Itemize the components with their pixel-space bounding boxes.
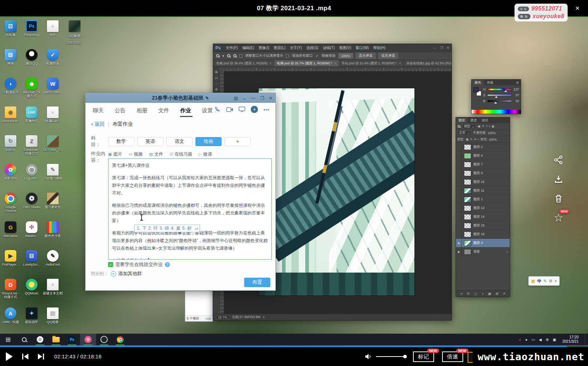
filter-kind-icon[interactable]: T — [486, 125, 488, 128]
tray-icon[interactable]: ▭ — [532, 338, 535, 342]
resize-window-checkbox[interactable] — [239, 55, 242, 57]
taskbar-app[interactable] — [96, 334, 112, 345]
zoom-100-button[interactable]: 100% — [338, 53, 353, 59]
qq-tab[interactable]: 文件 — [158, 107, 170, 114]
ime-toolbar[interactable]: ▦ 中 ✎ ⚙ ▾ — [528, 276, 560, 286]
layers-panel-tab[interactable]: 图层 — [456, 117, 468, 123]
more-options-icon[interactable]: ••• — [263, 107, 270, 112]
layer-action-icon[interactable]: fx — [467, 292, 470, 295]
layer-row[interactable]: 图层 14 — [456, 213, 510, 221]
layer-row[interactable]: 图层 2 — [456, 143, 510, 152]
layer-row[interactable]: 图层 15 — [456, 221, 510, 230]
subject-button[interactable]: ＋ — [225, 137, 251, 146]
desktop-icon[interactable]: 颜色色卡表 — [42, 220, 63, 248]
layer-visibility-eye-icon[interactable] — [456, 178, 462, 186]
desktop-icon[interactable]: Zonduride - 快捷方式 — [21, 133, 42, 162]
lock-option-icon[interactable]: ▪ — [478, 138, 479, 141]
tray-icon[interactable]: ⊕ — [546, 338, 549, 342]
favorite-star-button[interactable]: ☆ NEW — [553, 212, 564, 223]
desktop-icon[interactable]: Google Chrome — [0, 191, 21, 220]
desktop-icon[interactable]: DouyuLive - 快捷方式 — [0, 277, 21, 306]
qq-window-control-icon[interactable]: ✕ — [269, 96, 273, 101]
taskbar-app[interactable] — [16, 334, 32, 345]
desktop-icon[interactable]: 创作 — [42, 19, 63, 47]
layer-visibility-eye-icon[interactable]: ◉ — [456, 239, 462, 247]
edit-pencil-icon[interactable]: ✎ — [205, 96, 209, 101]
fit-screen-button[interactable]: 适合屏幕 — [356, 53, 376, 59]
tab-close-icon[interactable]: × — [270, 61, 271, 65]
checkbox-checked[interactable]: ✓ — [108, 262, 113, 267]
tray-icon[interactable]: ◀ — [539, 338, 542, 342]
qq-window-control-icon[interactable]: ⌄ — [243, 96, 246, 101]
scrubby-zoom-check[interactable]: ✓ — [315, 54, 318, 58]
menu-item[interactable]: 图像(I) — [257, 45, 271, 51]
filter-kind-icon[interactable]: ✎ — [482, 125, 485, 128]
ime-candidates[interactable]: 1. 下 2. 吓 3. 瞎 4. 夏 5. 虾 — [137, 225, 192, 232]
tool-icon[interactable]: ▭ — [215, 76, 218, 80]
screen-share-icon[interactable] — [239, 106, 245, 112]
taskbar-app[interactable] — [0, 334, 16, 345]
tool-icon[interactable]: ✜ — [215, 88, 218, 91]
filter-kind-icon[interactable]: ▦ — [492, 125, 494, 128]
layer-row[interactable]: 图层 12 — [456, 178, 510, 186]
layer-row[interactable]: 图层 9 — [456, 169, 510, 178]
slider-thumb[interactable] — [495, 96, 498, 98]
desktop-icon[interactable]: 小组预习图收 — [42, 162, 63, 191]
zoom-tool-icon[interactable] — [216, 54, 219, 57]
lock-option-icon[interactable]: ✎ — [470, 138, 473, 141]
blend-mode-dropdown[interactable]: 正常 ⌄ — [457, 130, 472, 136]
color-swatches[interactable] — [473, 87, 481, 96]
fill-screen-button[interactable]: 填充屏幕 — [378, 53, 398, 59]
color-spectrum-ramp[interactable] — [472, 110, 521, 114]
status-arrow-icon[interactable]: ▸ — [263, 315, 265, 319]
ime-pen-icon[interactable]: ✎ — [543, 279, 547, 283]
desktop-icon[interactable]: WeGame — [0, 220, 21, 248]
desktop-icon-qq-screenshot[interactable]: QQ截图 2021032... — [64, 20, 85, 45]
layer-visibility-eye-icon[interactable] — [456, 221, 462, 230]
desktop-icon[interactable]: Administrat... — [0, 105, 21, 133]
taskbar-app[interactable] — [64, 334, 80, 345]
menu-item[interactable]: 窗口(W) — [353, 45, 371, 51]
menu-item[interactable]: 滤镜(T) — [321, 45, 337, 51]
attachment-tool[interactable]: ▣ 图片 — [108, 151, 122, 157]
color-panel-tab[interactable]: 颜色 — [472, 80, 484, 85]
layer-action-icon[interactable]: ⊞ — [495, 292, 498, 295]
zoom-level-field[interactable]: 15.7% — [216, 315, 229, 319]
assign-button[interactable]: 布置 — [244, 278, 270, 287]
taskbar-app[interactable] — [112, 334, 128, 345]
layers-panel-tab[interactable]: 通道 — [468, 117, 479, 123]
desktop-icon[interactable]: WeChat - 快捷方式 — [21, 76, 42, 105]
desktop-icon[interactable]: OBS Studio — [21, 191, 42, 220]
layer-visibility-eye-icon[interactable] — [456, 160, 462, 169]
share-button[interactable] — [553, 154, 564, 165]
desktop-icon[interactable]: SETUNA_2... — [42, 133, 63, 162]
layers-panel-tab[interactable]: 路径 — [479, 117, 491, 123]
add-group-plus-icon[interactable]: + — [111, 271, 116, 277]
tool-icon[interactable]: ⊞ — [215, 70, 218, 74]
subject-button[interactable]: 绘画 — [195, 137, 222, 146]
filter-kind-icon[interactable]: ▣ — [478, 125, 481, 128]
volume-slider[interactable] — [376, 356, 405, 357]
qq-tab[interactable]: 聊天 — [93, 107, 105, 114]
document-tab[interactable]: 车站.psd @ 22.4% (图层 1, RGB/8#) * × — [339, 60, 404, 67]
previous-button[interactable] — [22, 354, 28, 359]
mark-button[interactable]: 标记NEW — [413, 351, 434, 362]
layer-row[interactable]: 图层 11 — [456, 186, 510, 195]
desktop-icon[interactable]: LonelyScr... — [21, 248, 42, 277]
fill-value[interactable]: 100% — [489, 138, 497, 141]
speed-button[interactable]: 倍速NEW — [442, 351, 463, 362]
desktop-icon[interactable]: 星际战甲 — [21, 306, 42, 334]
menu-item[interactable]: 图层(L) — [271, 45, 287, 51]
menu-item[interactable]: 文字(Y) — [288, 45, 304, 51]
close-icon[interactable]: ✕ — [573, 5, 581, 12]
opacity-value[interactable]: 100% — [488, 131, 496, 135]
tool-caret[interactable]: ▾ — [222, 54, 224, 58]
ime-page-arrows[interactable]: ▴▾ — [195, 227, 198, 230]
attachment-tool[interactable]: ☑ 在线习题 — [170, 151, 192, 157]
menu-item[interactable]: 选择(S) — [304, 45, 321, 51]
layer-visibility-eye-icon[interactable] — [456, 169, 462, 177]
qq-tab[interactable]: 作业 — [180, 107, 192, 114]
panel-menu-icon[interactable]: ≣ — [516, 81, 521, 84]
desktop-icon[interactable]: QQMusic — [21, 277, 42, 306]
subject-button[interactable]: 英语 — [137, 137, 163, 146]
